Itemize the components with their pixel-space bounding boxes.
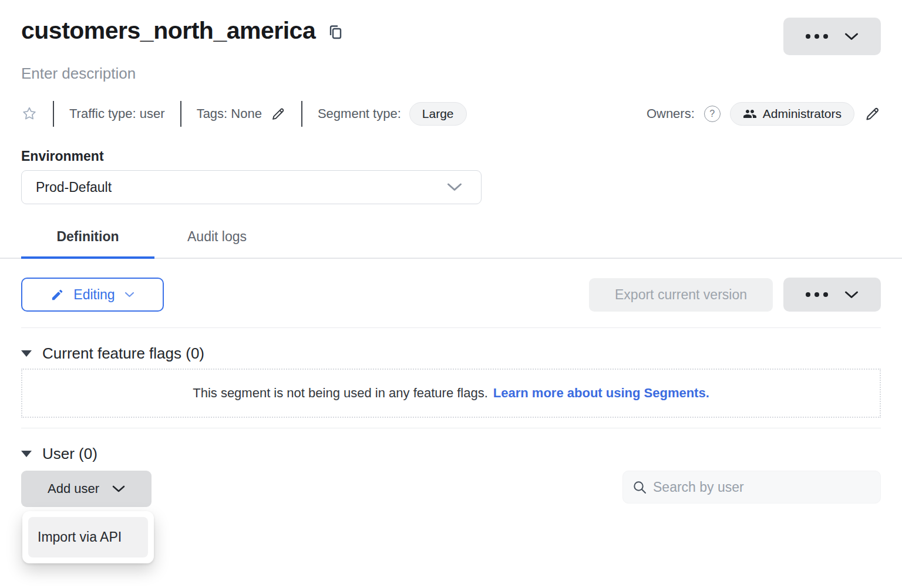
chevron-down-icon [124,292,134,298]
section-divider [21,428,881,428]
tab-definition[interactable]: Definition [21,225,154,258]
feature-flags-empty-state: This segment is not being used in any fe… [21,369,881,418]
add-user-button[interactable]: Add user [21,471,152,507]
learn-more-link[interactable]: Learn more about using Segments. [493,386,709,401]
ellipsis-icon [806,292,828,297]
user-search[interactable] [622,471,881,503]
help-icon[interactable]: ? [704,106,721,122]
owners-value: Administrators [763,107,842,121]
page-title: customers_north_america [21,18,315,44]
search-by-user-input[interactable] [653,479,871,495]
tags: Tags: None [197,106,286,122]
definition-toolbar: Editing Export current version [21,278,881,312]
segment-detail-page: customers_north_america Enter descriptio… [0,18,902,507]
search-icon [632,480,647,495]
chevron-down-icon [447,183,462,191]
user-controls-row: Add user Import via API [21,471,881,507]
people-icon [743,107,757,121]
chevron-down-icon [112,485,125,492]
owners-label: Owners: [647,106,695,121]
chevron-down-icon [844,291,859,299]
description-placeholder[interactable]: Enter description [21,65,881,83]
tab-bar: Definition Audit logs [0,225,902,259]
feature-flags-heading: Current feature flags (0) [42,344,204,363]
environment-selected-value: Prod-Default [36,180,112,195]
meta-divider [53,101,54,127]
segment-type-label: Segment type: [318,106,401,121]
section-divider [21,327,881,328]
edit-tags-icon[interactable] [270,106,286,122]
ellipsis-icon [806,34,828,39]
owners-badge[interactable]: Administrators [730,102,854,126]
traffic-type: Traffic type: user [69,106,165,121]
segment-type-badge: Large [409,102,467,126]
segment-type: Segment type: Large [318,102,467,126]
add-user-dropdown-menu: Import via API [22,511,154,563]
export-current-version-button[interactable]: Export current version [589,278,773,312]
owners: Owners: ? Administrators [647,102,881,126]
environment-select[interactable]: Prod-Default [21,170,482,204]
meta-divider [301,101,302,127]
feature-flags-heading-row: Current feature flags (0) [21,344,881,363]
add-user-label: Add user [48,481,99,496]
meta-divider [180,101,181,127]
header-more-button[interactable] [783,18,881,55]
pencil-icon [51,288,64,302]
menu-item-import-via-api[interactable]: Import via API [28,517,148,557]
meta-row: Traffic type: user Tags: None Segment ty… [21,100,881,127]
edit-owners-icon[interactable] [864,106,881,123]
user-heading: User (0) [42,445,97,463]
header: customers_north_america [21,18,881,55]
environment-label: Environment [21,148,881,164]
chevron-down-icon [844,33,859,40]
editing-label: Editing [73,287,115,303]
tab-audit-logs[interactable]: Audit logs [154,225,280,258]
toolbar-more-button[interactable] [783,278,881,312]
editing-dropdown-button[interactable]: Editing [21,278,164,312]
empty-state-text: This segment is not being used in any fe… [193,386,488,401]
collapse-caret-icon[interactable] [21,350,32,357]
collapse-caret-icon[interactable] [21,451,32,457]
user-heading-row: User (0) [21,445,881,463]
copy-icon[interactable] [327,23,344,42]
tags-label: Tags: None [197,106,262,121]
star-icon[interactable] [21,106,38,122]
